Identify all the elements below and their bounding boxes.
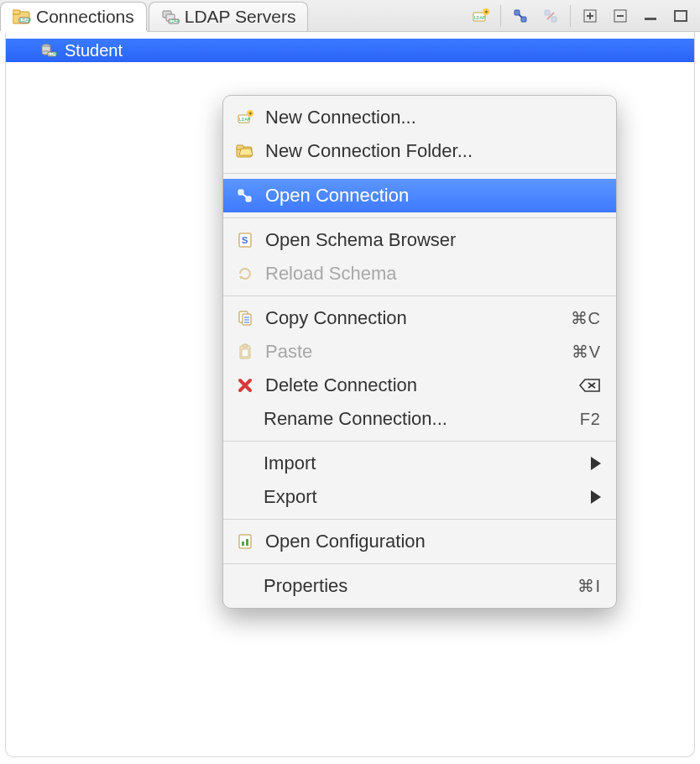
svg-text:LDAP: LDAP	[170, 19, 180, 24]
configuration-icon	[235, 532, 255, 551]
open-connection-icon	[235, 186, 255, 205]
svg-marker-36	[239, 149, 253, 155]
svg-line-14	[519, 14, 522, 18]
menu-new-connection-folder-label: New Connection Folder...	[265, 140, 601, 162]
menu-properties-shortcut: ⌘I	[577, 576, 601, 596]
menu-new-connection-label: New Connection...	[265, 107, 601, 128]
view-toolbar: LDAP ✦	[467, 0, 700, 31]
menu-separator	[223, 441, 616, 442]
menu-reload-schema: Reload Schema	[223, 257, 616, 290]
submenu-arrow-icon	[591, 490, 601, 504]
tab-connections-label: Connections	[36, 7, 134, 27]
ldap-servers-icon: LDAP	[161, 8, 180, 25]
menu-delete-connection-shortcut	[579, 378, 601, 393]
menu-rename-connection[interactable]: Rename Connection... F2	[223, 402, 616, 436]
menu-paste-shortcut: ⌘V	[572, 342, 601, 362]
svg-rect-1	[13, 10, 20, 14]
connections-panel: LDAP Student LDAP ✦ New Connection...	[5, 32, 695, 757]
menu-open-connection-label: Open Connection	[265, 185, 601, 207]
new-folder-icon	[235, 142, 255, 160]
menu-open-configuration[interactable]: Open Configuration	[223, 525, 616, 558]
minimize-view-button[interactable]	[636, 3, 665, 29]
new-connection-icon: LDAP ✦	[235, 108, 255, 127]
connection-tree-item-label: Student	[65, 41, 123, 60]
schema-browser-icon: S	[235, 231, 255, 249]
menu-properties-label: Properties	[264, 575, 567, 597]
menu-open-configuration-label: Open Configuration	[265, 531, 601, 552]
menu-import-label: Import	[264, 453, 581, 474]
tab-ldap-servers[interactable]: LDAP LDAP Servers	[149, 2, 309, 31]
reload-schema-icon	[235, 264, 255, 283]
menu-rename-connection-label: Rename Connection...	[264, 408, 570, 430]
maximize-view-button[interactable]	[666, 3, 695, 29]
tab-ldap-servers-label: LDAP Servers	[185, 7, 296, 27]
menu-rename-connection-shortcut: F2	[580, 410, 601, 429]
svg-line-39	[243, 194, 247, 197]
close-connection-toolbar-button[interactable]	[536, 3, 565, 29]
connection-tree-item[interactable]: LDAP Student	[6, 39, 694, 62]
ldap-connections-view: LDAP Connections LDAP LDAP Servers LDAP	[0, 0, 700, 764]
menu-new-connection[interactable]: LDAP ✦ New Connection...	[223, 101, 616, 134]
toolbar-separator	[500, 5, 501, 27]
menu-open-schema-browser[interactable]: S Open Schema Browser	[223, 223, 616, 257]
menu-separator	[223, 217, 616, 218]
svg-rect-16	[551, 17, 556, 22]
svg-rect-57	[246, 539, 248, 546]
svg-text:LDAP: LDAP	[49, 52, 57, 56]
svg-rect-50	[242, 349, 248, 357]
menu-paste-label: Paste	[265, 341, 562, 363]
svg-rect-49	[243, 344, 248, 348]
menu-delete-connection-label: Delete Connection	[265, 374, 569, 396]
menu-import[interactable]: Import	[223, 447, 616, 480]
svg-text:LDAP: LDAP	[20, 18, 31, 23]
menu-delete-connection[interactable]: Delete Connection	[223, 369, 616, 402]
menu-export[interactable]: Export	[223, 480, 616, 514]
svg-rect-15	[545, 10, 550, 15]
tab-connections[interactable]: LDAP Connections	[0, 2, 147, 31]
menu-separator	[223, 296, 616, 296]
new-connection-toolbar-button[interactable]: LDAP ✦	[467, 3, 495, 29]
menu-copy-connection-label: Copy Connection	[265, 307, 561, 329]
menu-copy-connection-shortcut: ⌘C	[571, 308, 601, 328]
menu-copy-connection[interactable]: Copy Connection ⌘C	[223, 301, 616, 335]
menu-separator	[223, 173, 616, 174]
menu-separator	[223, 519, 616, 520]
toolbar-separator	[570, 5, 571, 27]
copy-icon	[235, 309, 255, 327]
view-tab-bar: LDAP Connections LDAP LDAP Servers LDAP	[0, 0, 700, 32]
svg-text:✦: ✦	[248, 110, 253, 118]
expand-all-button[interactable]	[576, 3, 604, 29]
submenu-arrow-icon	[591, 457, 601, 470]
menu-paste: Paste ⌘V	[223, 335, 616, 369]
svg-text:✦: ✦	[483, 8, 489, 16]
svg-rect-56	[242, 542, 244, 546]
menu-open-connection[interactable]: Open Connection	[223, 179, 616, 212]
svg-rect-55	[239, 535, 251, 548]
menu-separator	[223, 563, 616, 564]
collapse-all-button[interactable]	[606, 3, 635, 29]
menu-properties[interactable]: Properties ⌘I	[223, 569, 616, 603]
paste-icon	[235, 343, 255, 361]
connections-folder-icon: LDAP	[13, 8, 31, 25]
open-connection-toolbar-button[interactable]	[506, 3, 535, 29]
svg-rect-23	[645, 18, 656, 20]
ldap-connection-icon: LDAP	[39, 42, 58, 59]
delete-icon	[235, 376, 255, 395]
svg-rect-24	[675, 11, 687, 21]
menu-reload-schema-label: Reload Schema	[265, 263, 601, 285]
menu-export-label: Export	[264, 486, 581, 508]
connection-context-menu: LDAP ✦ New Connection... New Connection …	[222, 95, 617, 609]
menu-open-schema-browser-label: Open Schema Browser	[265, 229, 601, 251]
svg-text:S: S	[242, 235, 248, 245]
menu-new-connection-folder[interactable]: New Connection Folder...	[223, 134, 616, 168]
